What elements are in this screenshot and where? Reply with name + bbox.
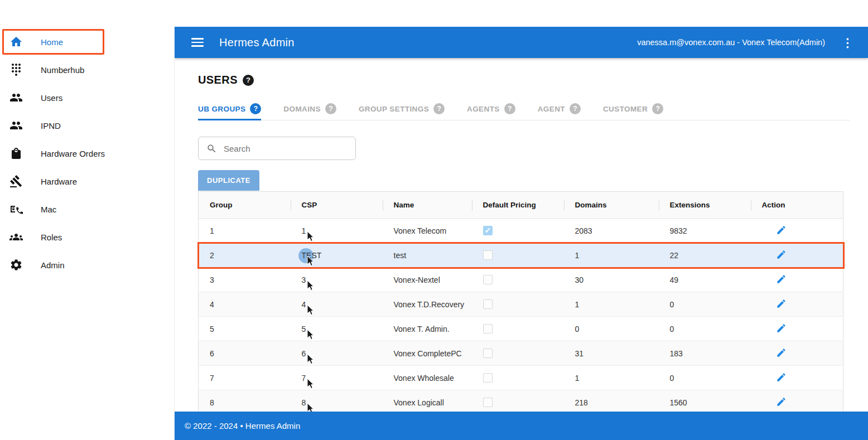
table-row[interactable]: 2 TEST test 1 22 <box>199 243 843 268</box>
table-row[interactable]: 7 7 Vonex Wholesale 1 0 <box>199 366 843 390</box>
pencil-icon <box>776 347 787 358</box>
mouse-cursor-icon <box>307 330 314 340</box>
tab-agent[interactable]: AGENT? <box>538 98 581 120</box>
table-row[interactable]: 3 3 Vonex-Nextel 30 49 <box>199 268 843 292</box>
tab-agents[interactable]: AGENTS? <box>467 98 515 120</box>
cell-domains: 1 <box>564 366 659 390</box>
sidebar-item-home[interactable]: Home <box>2 29 104 55</box>
pencil-icon <box>776 372 787 383</box>
table-row[interactable]: 4 4 Vonex T.D.Recovery 1 0 <box>199 292 843 317</box>
table-row[interactable]: 8 8 Vonex Logicall 218 1560 <box>199 390 843 415</box>
column-header-name[interactable]: Name <box>383 192 472 219</box>
help-icon[interactable]: ? <box>652 103 663 114</box>
phonelink-call-icon <box>9 202 23 216</box>
sidebar-item-admin[interactable]: Admin <box>0 252 174 278</box>
default-pricing-checkbox[interactable] <box>483 299 493 309</box>
shopping-bag-icon <box>9 147 23 160</box>
edit-button[interactable] <box>776 323 787 335</box>
tab-label: AGENT <box>538 105 565 113</box>
tab-ub-groups[interactable]: UB GROUPS? <box>198 98 261 120</box>
groups-table: Group CSP Name Default Pricing Domains E… <box>198 191 843 415</box>
help-icon[interactable]: ? <box>570 103 581 114</box>
footer-copyright: © 2022 - 2024 • Hermes Admin <box>185 421 300 431</box>
sidebar-item-users[interactable]: Users <box>0 85 174 110</box>
tab-label: AGENTS <box>467 105 500 113</box>
sidebar-item-label: Numberhub <box>41 65 84 75</box>
edit-button[interactable] <box>776 225 787 237</box>
groups-icon <box>9 230 23 244</box>
cell-extensions: 49 <box>659 268 751 292</box>
table-row[interactable]: 6 6 Vonex CompletePC 31 183 <box>199 341 843 366</box>
help-icon[interactable]: ? <box>433 103 445 114</box>
search-input[interactable] <box>224 144 355 153</box>
cell-domains: 31 <box>564 341 659 366</box>
default-pricing-checkbox[interactable] <box>483 250 493 260</box>
default-pricing-checkbox[interactable] <box>483 275 493 284</box>
column-header-action[interactable]: Action <box>751 192 843 219</box>
sidebar-item-hardware[interactable]: Hardware <box>0 168 174 194</box>
sidebar-item-label: Admin <box>41 260 65 270</box>
default-pricing-checkbox[interactable] <box>483 226 493 235</box>
pencil-icon <box>776 225 787 235</box>
column-header-extensions[interactable]: Extensions <box>659 192 751 219</box>
table-row[interactable]: 1 1 Vonex Telecom 2083 9832 <box>199 219 843 243</box>
mouse-cursor-icon <box>307 305 314 316</box>
cell-action <box>751 390 843 415</box>
help-icon[interactable]: ? <box>250 103 261 114</box>
dialpad-icon <box>9 63 23 76</box>
page: HomeNumberhubUsersIPNDHardware OrdersHar… <box>0 0 868 440</box>
sidebar-item-label: Users <box>41 93 62 103</box>
cell-domains: 1 <box>564 292 659 317</box>
tab-label: CUSTOMER <box>603 105 648 113</box>
column-header-group[interactable]: Group <box>199 192 291 219</box>
default-pricing-checkbox[interactable] <box>483 349 493 358</box>
search-box <box>198 137 356 160</box>
cell-csp: 4 <box>291 292 383 317</box>
sidebar-item-label: Mac <box>41 205 56 214</box>
cell-group: 2 <box>199 243 291 268</box>
edit-button[interactable] <box>776 372 787 384</box>
cell-csp: 8 <box>291 390 383 415</box>
cell-domains: 218 <box>564 390 659 415</box>
column-header-domains[interactable]: Domains <box>564 192 659 219</box>
edit-button[interactable] <box>776 274 787 286</box>
sidebar-item-hardware-orders[interactable]: Hardware Orders <box>0 141 174 166</box>
cell-default-pricing <box>472 268 564 292</box>
menu-icon[interactable] <box>191 36 204 49</box>
table-row[interactable]: 5 5 Vonex T. Admin. 0 0 <box>199 317 843 341</box>
help-icon[interactable]: ? <box>504 103 515 114</box>
edit-button[interactable] <box>776 347 787 360</box>
cell-name: Vonex T.D.Recovery <box>383 292 472 317</box>
tab-domains[interactable]: DOMAINS? <box>283 98 336 120</box>
tab-group-settings[interactable]: GROUP SETTINGS? <box>359 98 445 120</box>
column-header-default-pricing[interactable]: Default Pricing <box>472 192 564 219</box>
edit-button[interactable] <box>776 249 787 262</box>
cell-name: Vonex Telecom <box>383 219 472 243</box>
sidebar-item-numberhub[interactable]: Numberhub <box>0 57 174 83</box>
help-icon[interactable]: ? <box>325 103 336 114</box>
default-pricing-checkbox[interactable] <box>483 398 493 407</box>
cell-default-pricing <box>472 292 564 317</box>
tab-customer[interactable]: CUSTOMER? <box>603 98 663 120</box>
default-pricing-checkbox[interactable] <box>483 324 493 333</box>
cell-name: Vonex-Nextel <box>383 268 472 292</box>
pencil-icon <box>776 249 787 260</box>
kebab-menu-icon[interactable]: ⋮ <box>842 37 853 49</box>
edit-button[interactable] <box>776 397 787 409</box>
cell-action <box>751 317 843 341</box>
tab-label: UB GROUPS <box>198 105 245 113</box>
edit-button[interactable] <box>776 298 787 311</box>
duplicate-button[interactable]: DUPLICATE <box>198 170 259 191</box>
sidebar-item-mac[interactable]: Mac <box>0 196 174 222</box>
sidebar-item-ipnd[interactable]: IPND <box>0 113 174 138</box>
cell-default-pricing <box>472 317 564 341</box>
cell-group: 5 <box>199 317 291 341</box>
cell-csp: TEST <box>291 243 383 268</box>
home-icon <box>9 35 23 49</box>
column-header-csp[interactable]: CSP <box>291 192 383 219</box>
help-icon[interactable]: ? <box>243 75 254 86</box>
default-pricing-checkbox[interactable] <box>483 373 493 383</box>
sidebar-item-roles[interactable]: Roles <box>0 224 174 250</box>
cell-extensions: 0 <box>659 366 751 390</box>
footer: © 2022 - 2024 • Hermes Admin <box>175 412 868 440</box>
